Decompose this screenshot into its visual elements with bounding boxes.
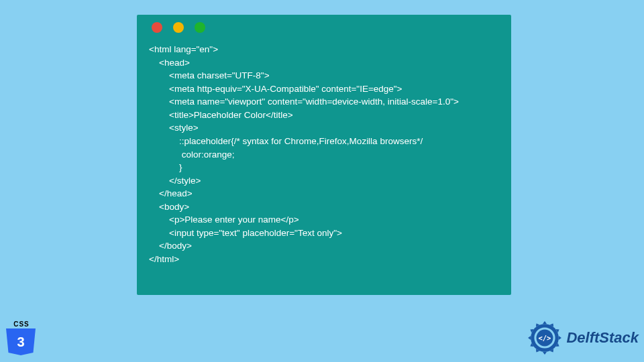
- css3-label: CSS: [11, 320, 32, 328]
- maximize-icon[interactable]: [195, 22, 205, 33]
- svg-marker-3: [559, 336, 561, 340]
- svg-marker-6: [543, 352, 547, 355]
- svg-marker-0: [543, 321, 547, 324]
- minimize-icon[interactable]: [173, 22, 184, 33]
- brand-text: DelftStack: [566, 329, 639, 347]
- window-titlebar: [137, 15, 511, 40]
- css3-logo: CSS 3: [6, 320, 37, 357]
- svg-marker-9: [528, 336, 531, 340]
- code-window: <html lang="en"> <head> <meta charset="U…: [137, 15, 511, 295]
- svg-text:</>: </>: [539, 334, 551, 342]
- brand-block: </> DelftStack: [527, 320, 639, 355]
- brand-gear-icon: </>: [527, 320, 562, 355]
- close-icon[interactable]: [152, 22, 162, 33]
- css3-number: 3: [17, 335, 24, 350]
- code-content: <html lang="en"> <head> <meta charset="U…: [137, 40, 511, 278]
- css3-shield-icon: 3: [6, 328, 36, 355]
